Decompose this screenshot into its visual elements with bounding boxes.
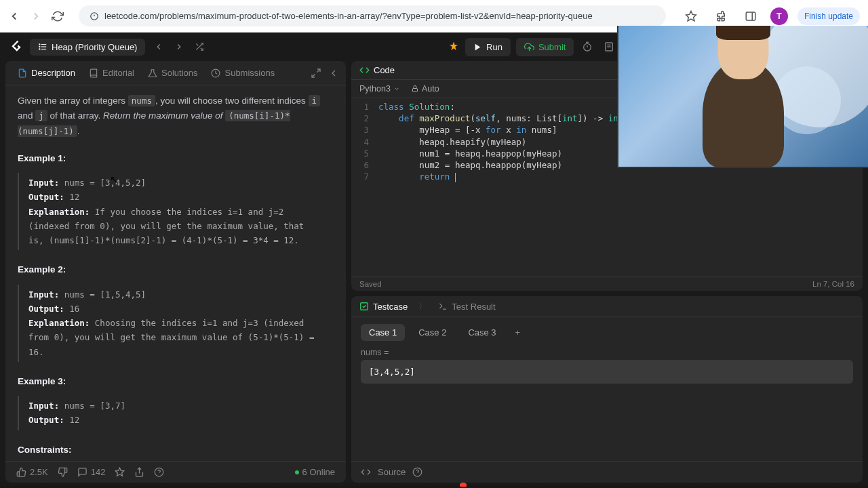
run-button[interactable]: Run: [465, 38, 511, 56]
testcase-panel: Testcase 〉 Test Result Case 1 Case 2 Cas…: [351, 296, 863, 483]
code-tab-label: Code: [374, 65, 395, 75]
case-var-input[interactable]: [3,4,5,2]: [361, 360, 853, 384]
thumbs-down-icon: [58, 467, 68, 477]
tab-description[interactable]: Description: [12, 65, 81, 81]
tab-solutions[interactable]: Solutions: [142, 65, 203, 81]
tab-testcase[interactable]: Testcase: [359, 302, 408, 312]
case-3[interactable]: Case 3: [460, 324, 504, 341]
sidepanel-icon[interactable]: [745, 10, 757, 22]
reload-button[interactable]: [52, 10, 64, 22]
case-var-label: nums =: [361, 348, 853, 357]
bookmark-icon[interactable]: [685, 10, 697, 22]
book-icon: [89, 68, 98, 78]
back-button[interactable]: [8, 10, 20, 22]
favorite-button[interactable]: [115, 467, 125, 477]
extensions-icon[interactable]: [715, 10, 727, 22]
feedback-button[interactable]: [154, 467, 164, 477]
finish-update-button[interactable]: Finish update: [797, 7, 860, 25]
timer-icon[interactable]: [579, 39, 595, 55]
share-button[interactable]: [134, 467, 144, 477]
case-body: nums = [3,4,5,2]: [351, 348, 863, 384]
svg-rect-4: [746, 12, 755, 20]
problem-footer: 2.5K 142 6 Online: [5, 461, 346, 483]
problem-statement: Given the array of integers nums, you wi…: [18, 94, 334, 139]
terminal-icon: [438, 302, 448, 311]
submit-button[interactable]: Submit: [516, 38, 574, 56]
dock-badge: [460, 483, 467, 487]
lock-icon: [411, 85, 419, 93]
chevron-down-icon: [393, 85, 400, 92]
thumbs-up-icon: [16, 467, 26, 477]
svg-marker-3: [686, 11, 696, 20]
webcam-overlay: [617, 26, 868, 168]
site-info-icon: [90, 12, 99, 21]
question-icon: [154, 467, 164, 477]
testcase-header: Testcase 〉 Test Result: [351, 296, 863, 317]
notes-icon[interactable]: [601, 39, 617, 55]
online-count: 6 Online: [295, 467, 335, 477]
svg-point-10: [39, 46, 40, 47]
play-icon: [473, 43, 482, 52]
forward-button[interactable]: [30, 10, 42, 22]
saved-indicator: Saved: [359, 280, 382, 288]
leetcode-logo[interactable]: [9, 40, 23, 54]
svg-point-16: [584, 43, 591, 51]
source-label[interactable]: Source: [378, 467, 406, 477]
code-brackets-icon: [361, 467, 371, 477]
example3: Input: nums = [3,7] Output: 12: [18, 396, 334, 430]
example2-title: Example 2:: [18, 262, 334, 277]
svg-line-25: [312, 74, 315, 77]
list-label: Heap (Priority Queue): [52, 42, 137, 52]
address-bar[interactable]: leetcode.com/problems/maximum-product-of…: [79, 5, 666, 26]
svg-marker-26: [116, 468, 125, 476]
next-problem-icon[interactable]: [174, 42, 184, 52]
dislike-button[interactable]: [58, 467, 68, 477]
prev-problem-icon[interactable]: [154, 42, 163, 52]
case-tabs: Case 1 Case 2 Case 3 +: [351, 317, 863, 348]
cursor-position: Ln 7, Col 16: [812, 280, 854, 288]
problem-list-button[interactable]: Heap (Priority Queue): [30, 39, 145, 56]
language-selector[interactable]: Python3: [359, 84, 400, 94]
check-square-icon: [359, 302, 369, 311]
problem-body[interactable]: Given the array of integers nums, you wi…: [5, 85, 346, 461]
url-text: leetcode.com/problems/maximum-product-of…: [104, 11, 593, 21]
svg-point-11: [39, 49, 40, 49]
online-dot-icon: [295, 470, 299, 474]
case-1[interactable]: Case 1: [361, 324, 405, 341]
help-icon[interactable]: [412, 467, 422, 477]
svg-point-9: [39, 44, 40, 45]
profile-avatar[interactable]: T: [770, 7, 788, 25]
svg-line-24: [317, 69, 320, 73]
star-icon: [115, 467, 125, 477]
testcase-footer: Source: [351, 461, 863, 483]
svg-marker-15: [475, 43, 481, 50]
constraints-title: Constraints:: [18, 443, 334, 458]
tab-submissions[interactable]: Submissions: [205, 65, 280, 81]
clock-icon: [211, 68, 220, 78]
code-icon: [359, 65, 370, 75]
editor-status-bar: Saved Ln 7, Col 16: [351, 277, 863, 291]
cloud-upload-icon: [524, 42, 534, 52]
list-icon: [38, 42, 47, 52]
tab-editorial[interactable]: Editorial: [83, 65, 140, 81]
autocomplete-toggle[interactable]: Auto: [411, 84, 439, 94]
premium-icon[interactable]: [448, 41, 460, 53]
example1-title: Example 1:: [18, 151, 334, 166]
collapse-icon[interactable]: [328, 68, 339, 79]
left-tabs: Description Editorial Solutions Submissi…: [5, 61, 346, 85]
add-case-button[interactable]: +: [510, 325, 526, 340]
tab-test-result[interactable]: Test Result: [438, 302, 495, 312]
shuffle-icon[interactable]: [195, 42, 204, 52]
share-icon: [134, 467, 144, 477]
comment-icon: [77, 467, 87, 477]
svg-rect-30: [412, 89, 417, 92]
example2: Input: nums = [1,5,4,5] Output: 16 Expla…: [18, 285, 334, 362]
case-2[interactable]: Case 2: [410, 324, 454, 341]
svg-line-14: [197, 43, 199, 45]
maximize-icon[interactable]: [311, 68, 321, 79]
example3-title: Example 3:: [18, 374, 334, 389]
flask-icon: [148, 68, 157, 78]
comments-button[interactable]: 142: [77, 467, 106, 477]
macos-dock-hint: [0, 483, 868, 488]
like-button[interactable]: 2.5K: [16, 467, 48, 477]
